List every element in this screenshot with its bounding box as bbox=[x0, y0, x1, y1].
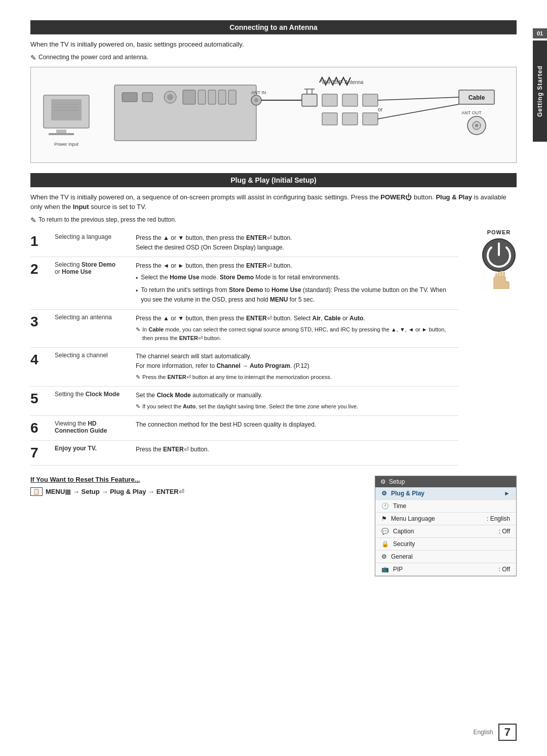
antenna-note-text: Connecting the power cord and antenna. bbox=[38, 54, 148, 61]
step-7-desc: Press the ENTER⏎ button. bbox=[132, 440, 458, 465]
step-2-desc: Press the ◄ or ► button, then press the … bbox=[132, 257, 458, 309]
osd-header: ⚙ Setup bbox=[375, 476, 516, 487]
svg-point-33 bbox=[475, 124, 478, 127]
power-button-svg bbox=[481, 237, 517, 273]
osd-item-menu-language: ⚑ Menu Language : English bbox=[375, 513, 516, 525]
svg-rect-38 bbox=[342, 113, 358, 125]
osd-pip-label: PIP bbox=[393, 566, 403, 573]
plug-play-section-header: Plug & Play (Initial Setup) bbox=[30, 173, 517, 187]
step-4-note: ✎ Press the ENTER⏎ button at any time to… bbox=[136, 373, 454, 382]
osd-item-left-menu-language: ⚑ Menu Language bbox=[381, 515, 435, 522]
osd-menu-language-label: Menu Language bbox=[391, 515, 435, 522]
antenna-diagram: Power Input ANT IN VHF/UHF Antenna bbox=[30, 67, 517, 163]
antenna-section-header: Connecting to an Antenna bbox=[30, 20, 517, 34]
step-4-desc: The channel search will start automatica… bbox=[132, 348, 458, 387]
power-label: POWER bbox=[487, 229, 511, 235]
svg-rect-10 bbox=[142, 93, 152, 102]
footer-page-number: 7 bbox=[498, 724, 517, 741]
step-5-row: 5 Setting the Clock Mode Set the Clock M… bbox=[30, 386, 458, 415]
osd-general-label: General bbox=[391, 553, 413, 560]
step-3-note: ✎ In Cable mode, you can select the corr… bbox=[136, 325, 454, 343]
step-7-label: Enjoy your TV. bbox=[51, 440, 132, 465]
step-4-row: 4 Selecting a channel The channel search… bbox=[30, 348, 458, 387]
step-1-desc: Press the ▲ or ▼ button, then press the … bbox=[132, 229, 458, 257]
page-container: Getting Started 01 Connecting to an Ante… bbox=[0, 0, 547, 756]
step-3-row: 3 Selecting an antenna Press the ▲ or ▼ … bbox=[30, 309, 458, 347]
page-footer: English 7 bbox=[473, 724, 517, 741]
step-5-label: Setting the Clock Mode bbox=[51, 386, 132, 415]
svg-rect-37 bbox=[322, 113, 337, 125]
osd-pip-icon: 📺 bbox=[381, 566, 389, 573]
plug-play-intro: When the TV is initially powered on, a s… bbox=[30, 192, 517, 212]
svg-rect-14 bbox=[198, 90, 206, 104]
steps-table: 1 Selecting a language Press the ▲ or ▼ … bbox=[30, 229, 458, 466]
svg-rect-17 bbox=[228, 90, 236, 104]
svg-rect-2 bbox=[56, 130, 66, 134]
step-2-bullet1: • Select the Home Use mode. Store Demo M… bbox=[136, 273, 454, 283]
svg-text:Power Input: Power Input bbox=[54, 142, 79, 147]
svg-line-40 bbox=[378, 97, 459, 100]
step-2-label: Selecting Store Demoor Home Use bbox=[51, 257, 132, 309]
osd-caption-icon: 💬 bbox=[381, 528, 389, 535]
step-4-num: 4 bbox=[30, 348, 51, 387]
osd-header-icon: ⚙ bbox=[380, 478, 386, 485]
osd-pip-value: : Off bbox=[499, 566, 510, 573]
step-5-note: ✎ If you select the Auto, set the daylig… bbox=[136, 402, 454, 411]
plug-play-note-text: To return to the previous step, press th… bbox=[38, 216, 176, 223]
hand-svg bbox=[486, 269, 512, 289]
step-3-num: 3 bbox=[30, 309, 51, 347]
svg-text:Cable: Cable bbox=[468, 94, 485, 101]
svg-point-20 bbox=[254, 98, 258, 102]
osd-header-label: Setup bbox=[389, 478, 405, 485]
svg-rect-16 bbox=[218, 90, 226, 104]
step-6-desc: The connection method for the best HD sc… bbox=[132, 415, 458, 440]
svg-point-12 bbox=[167, 94, 173, 100]
svg-rect-35 bbox=[342, 94, 358, 106]
svg-rect-36 bbox=[363, 94, 378, 106]
note-icon: ✎ bbox=[30, 54, 36, 62]
reset-section: If You Want to Reset This Feature... 📋 M… bbox=[30, 476, 517, 576]
svg-rect-13 bbox=[183, 90, 196, 104]
osd-item-security: 🔒 Security bbox=[375, 538, 516, 551]
osd-caption-value: : Off bbox=[499, 528, 510, 535]
svg-rect-3 bbox=[49, 133, 74, 135]
osd-gear-icon: ⚙ bbox=[381, 490, 387, 497]
steps-section: POWER 1 Selecting a lang bbox=[30, 229, 517, 466]
svg-text:ANT IN: ANT IN bbox=[251, 90, 266, 95]
osd-general-icon: ⚙ bbox=[381, 553, 387, 560]
svg-rect-1 bbox=[51, 99, 82, 120]
diagram-svg: Power Input ANT IN VHF/UHF Antenna bbox=[38, 75, 515, 153]
note-icon-2: ✎ bbox=[30, 216, 36, 224]
step-6-label: Viewing the HD Connection Guide bbox=[51, 415, 132, 440]
svg-text:ANT OUT: ANT OUT bbox=[461, 110, 482, 115]
osd-menu: ⚙ Setup ⚙ Plug & Play ► 🕐 Time bbox=[375, 476, 517, 576]
side-tab-text: Getting Started bbox=[536, 65, 543, 117]
svg-rect-9 bbox=[122, 93, 137, 102]
reset-instruction-text: MENU▦ → Setup → Plug & Play → ENTER⏎ bbox=[46, 488, 184, 495]
osd-plug-play-arrow: ► bbox=[504, 490, 510, 497]
osd-item-time: 🕐 Time bbox=[375, 500, 516, 513]
osd-security-label: Security bbox=[393, 540, 415, 548]
footer-language: English bbox=[473, 729, 493, 736]
side-tab-number: 01 bbox=[533, 28, 547, 38]
svg-text:or: or bbox=[378, 106, 383, 112]
step-5-desc: Set the Clock Mode automatically or manu… bbox=[132, 386, 458, 415]
osd-plug-play-label: Plug & Play bbox=[391, 490, 424, 497]
step-1-num: 1 bbox=[30, 229, 51, 257]
power-button-area: POWER bbox=[481, 229, 517, 289]
step-6-num: 6 bbox=[30, 415, 51, 440]
antenna-note: ✎ Connecting the power cord and antenna. bbox=[30, 54, 517, 62]
antenna-intro-text: When the TV is initially powered on, bas… bbox=[30, 39, 517, 50]
side-tab: Getting Started bbox=[533, 40, 547, 142]
osd-item-left-caption: 💬 Caption bbox=[381, 528, 414, 535]
svg-rect-39 bbox=[363, 113, 378, 125]
reset-title: If You Want to Reset This Feature... bbox=[30, 476, 365, 483]
osd-item-pip: 📺 PIP : Off bbox=[375, 563, 516, 576]
step-4-label: Selecting a channel bbox=[51, 348, 132, 387]
osd-flag-icon: ⚑ bbox=[381, 515, 387, 522]
step-5-num: 5 bbox=[30, 386, 51, 415]
osd-item-plug-play: ⚙ Plug & Play ► bbox=[375, 487, 516, 500]
step-3-desc: Press the ▲ or ▼ button, then press the … bbox=[132, 309, 458, 347]
svg-rect-23 bbox=[302, 94, 317, 106]
osd-item-caption: 💬 Caption : Off bbox=[375, 525, 516, 538]
